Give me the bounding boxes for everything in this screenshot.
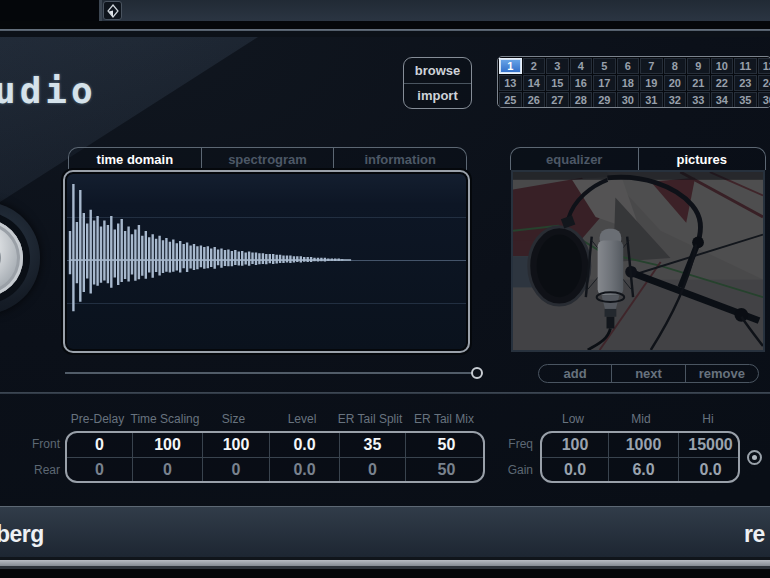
param-column-headers: Pre-DelayTime ScalingSizeLevelER Tail Sp…	[65, 411, 485, 427]
tab-equalizer[interactable]: equalizer	[511, 148, 638, 170]
program-slot-30[interactable]: 30	[617, 92, 640, 108]
program-slot-12[interactable]: 12	[758, 58, 770, 74]
plugin-window: udio browse import 123456789101112131415…	[0, 0, 770, 578]
program-slot-1[interactable]: 1	[499, 58, 522, 74]
value-rear-size[interactable]: 0	[202, 457, 269, 481]
program-slot-5[interactable]: 5	[593, 58, 616, 74]
value-rear-pre-delay[interactable]: 0	[67, 457, 132, 481]
program-slot-25[interactable]: 25	[499, 92, 522, 108]
program-slot-26[interactable]: 26	[523, 92, 546, 108]
waveform-display	[63, 170, 470, 353]
section-divider	[0, 392, 770, 394]
col-header-er-tail-split: ER Tail Split	[337, 411, 403, 427]
tab-spectrogram[interactable]: spectrogram	[201, 148, 334, 170]
window-titlebar	[0, 0, 770, 21]
col-header-low: Low	[540, 411, 606, 427]
program-slot-9[interactable]: 9	[687, 58, 710, 74]
value-rear-er-tail-mix[interactable]: 50	[405, 457, 485, 481]
program-slot-3[interactable]: 3	[546, 58, 569, 74]
footer-bar: berg re	[0, 506, 770, 557]
program-slot-31[interactable]: 31	[640, 92, 663, 108]
remove-button[interactable]: remove	[685, 365, 758, 382]
value-gain-low[interactable]: 0.0	[542, 457, 608, 481]
row-label-freq: Freq	[493, 431, 533, 457]
program-slot-32[interactable]: 32	[664, 92, 687, 108]
param-table: 01001000.035500000.0050	[65, 431, 485, 483]
program-slot-20[interactable]: 20	[664, 75, 687, 91]
program-slot-7[interactable]: 7	[640, 58, 663, 74]
program-slot-22[interactable]: 22	[711, 75, 734, 91]
value-front-pre-delay[interactable]: 0	[67, 433, 132, 457]
tab-time-domain[interactable]: time domain	[69, 148, 201, 170]
program-slot-18[interactable]: 18	[617, 75, 640, 91]
titlebar-black-segment	[0, 0, 99, 21]
value-freq-mid[interactable]: 1000	[608, 433, 678, 457]
program-slot-11[interactable]: 11	[734, 58, 757, 74]
window-diamond-button[interactable]	[103, 1, 122, 20]
row-label-front: Front	[20, 431, 60, 457]
program-slot-34[interactable]: 34	[711, 92, 734, 108]
value-rear-er-tail-split[interactable]: 0	[339, 457, 405, 481]
bottom-strip-black	[0, 569, 770, 578]
file-button-group: browse import	[403, 57, 472, 109]
program-slot-35[interactable]: 35	[734, 92, 757, 108]
picture-display	[511, 170, 765, 352]
program-slot-24[interactable]: 24	[758, 75, 770, 91]
col-header-pre-delay: Pre-Delay	[65, 411, 130, 427]
program-slot-33[interactable]: 33	[687, 92, 710, 108]
value-gain-mid[interactable]: 6.0	[608, 457, 678, 481]
value-gain-hi[interactable]: 0.0	[678, 457, 740, 481]
col-header-mid: Mid	[606, 411, 676, 427]
program-slot-14[interactable]: 14	[523, 75, 546, 91]
eq-pictures-tab-bar: equalizerpictures	[510, 147, 766, 170]
value-front-size[interactable]: 100	[202, 433, 269, 457]
tab-pictures[interactable]: pictures	[638, 148, 766, 170]
program-slot-grid: 1234567891011121314151617181920212223242…	[497, 56, 770, 108]
value-freq-low[interactable]: 100	[542, 433, 608, 457]
eq-table: 1001000150000.06.00.0	[540, 431, 740, 483]
browse-button[interactable]: browse	[404, 58, 471, 83]
brand-steinberg: berg	[0, 521, 44, 548]
program-slot-28[interactable]: 28	[570, 92, 593, 108]
picture-button-group: addnextremove	[538, 364, 759, 383]
plugin-panel: udio browse import 123456789101112131415…	[0, 37, 770, 506]
program-slot-4[interactable]: 4	[570, 58, 593, 74]
value-freq-hi[interactable]: 15000	[678, 433, 740, 457]
next-button[interactable]: next	[611, 365, 684, 382]
tab-information[interactable]: information	[333, 148, 466, 170]
program-slot-15[interactable]: 15	[546, 75, 569, 91]
program-slot-10[interactable]: 10	[711, 58, 734, 74]
value-rear-time-scaling[interactable]: 0	[132, 457, 202, 481]
program-slot-6[interactable]: 6	[617, 58, 640, 74]
program-slot-36[interactable]: 36	[758, 92, 770, 108]
program-slot-8[interactable]: 8	[664, 58, 687, 74]
program-slot-13[interactable]: 13	[499, 75, 522, 91]
studio-photo	[513, 172, 763, 350]
program-slot-27[interactable]: 27	[546, 92, 569, 108]
program-slot-19[interactable]: 19	[640, 75, 663, 91]
program-slot-16[interactable]: 16	[570, 75, 593, 91]
program-slot-2[interactable]: 2	[523, 58, 546, 74]
program-slot-23[interactable]: 23	[734, 75, 757, 91]
program-slot-17[interactable]: 17	[593, 75, 616, 91]
program-slot-21[interactable]: 21	[687, 75, 710, 91]
col-header-time-scaling: Time Scaling	[130, 411, 200, 427]
eq-column-headers: LowMidHi	[540, 411, 740, 427]
eq-on-indicator[interactable]	[747, 450, 762, 465]
value-rear-level[interactable]: 0.0	[269, 457, 339, 481]
waveform-scroll-handle[interactable]	[471, 367, 483, 379]
display-tab-bar: time domainspectrograminformation	[68, 147, 467, 170]
value-front-er-tail-mix[interactable]: 50	[405, 433, 485, 457]
diamond-icon	[107, 4, 119, 18]
waveform-scroll-track[interactable]	[65, 372, 472, 374]
program-title: udio	[0, 70, 97, 111]
add-button[interactable]: add	[539, 365, 611, 382]
value-front-level[interactable]: 0.0	[269, 433, 339, 457]
value-front-time-scaling[interactable]: 100	[132, 433, 202, 457]
titlebar-divider	[99, 0, 102, 21]
value-front-er-tail-split[interactable]: 35	[339, 433, 405, 457]
import-button[interactable]: import	[404, 83, 471, 109]
col-header-level: Level	[267, 411, 337, 427]
col-header-size: Size	[200, 411, 267, 427]
program-slot-29[interactable]: 29	[593, 92, 616, 108]
